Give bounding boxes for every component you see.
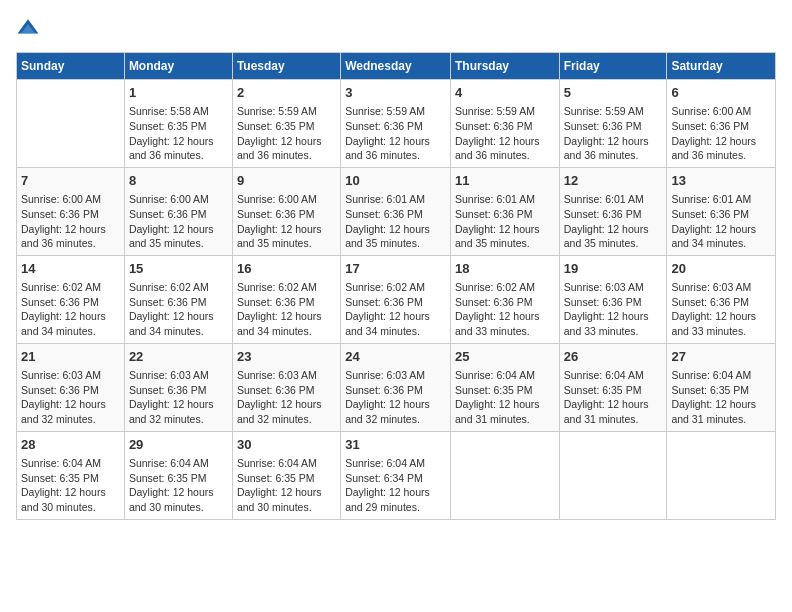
header-friday: Friday bbox=[559, 53, 667, 80]
cell-info: Sunrise: 6:02 AMSunset: 6:36 PMDaylight:… bbox=[237, 280, 336, 339]
cell-info: Sunrise: 6:03 AMSunset: 6:36 PMDaylight:… bbox=[21, 368, 120, 427]
cell-info: Sunrise: 6:03 AMSunset: 6:36 PMDaylight:… bbox=[237, 368, 336, 427]
date-number: 29 bbox=[129, 436, 228, 454]
calendar-cell: 20Sunrise: 6:03 AMSunset: 6:36 PMDayligh… bbox=[667, 255, 776, 343]
cell-info: Sunrise: 6:03 AMSunset: 6:36 PMDaylight:… bbox=[345, 368, 446, 427]
calendar-cell: 17Sunrise: 6:02 AMSunset: 6:36 PMDayligh… bbox=[341, 255, 451, 343]
date-number: 15 bbox=[129, 260, 228, 278]
calendar-cell: 10Sunrise: 6:01 AMSunset: 6:36 PMDayligh… bbox=[341, 167, 451, 255]
cell-info: Sunrise: 6:04 AMSunset: 6:35 PMDaylight:… bbox=[455, 368, 555, 427]
date-number: 11 bbox=[455, 172, 555, 190]
calendar-cell: 3Sunrise: 5:59 AMSunset: 6:36 PMDaylight… bbox=[341, 80, 451, 168]
date-number: 1 bbox=[129, 84, 228, 102]
calendar-cell: 21Sunrise: 6:03 AMSunset: 6:36 PMDayligh… bbox=[17, 343, 125, 431]
calendar-cell: 1Sunrise: 5:58 AMSunset: 6:35 PMDaylight… bbox=[124, 80, 232, 168]
calendar-cell: 13Sunrise: 6:01 AMSunset: 6:36 PMDayligh… bbox=[667, 167, 776, 255]
cell-info: Sunrise: 6:04 AMSunset: 6:35 PMDaylight:… bbox=[564, 368, 663, 427]
calendar-week-row: 7Sunrise: 6:00 AMSunset: 6:36 PMDaylight… bbox=[17, 167, 776, 255]
calendar-cell: 31Sunrise: 6:04 AMSunset: 6:34 PMDayligh… bbox=[341, 431, 451, 519]
header-sunday: Sunday bbox=[17, 53, 125, 80]
cell-info: Sunrise: 5:59 AMSunset: 6:36 PMDaylight:… bbox=[455, 104, 555, 163]
date-number: 20 bbox=[671, 260, 771, 278]
date-number: 31 bbox=[345, 436, 446, 454]
date-number: 3 bbox=[345, 84, 446, 102]
cell-info: Sunrise: 6:01 AMSunset: 6:36 PMDaylight:… bbox=[564, 192, 663, 251]
calendar-week-row: 28Sunrise: 6:04 AMSunset: 6:35 PMDayligh… bbox=[17, 431, 776, 519]
cell-info: Sunrise: 6:01 AMSunset: 6:36 PMDaylight:… bbox=[345, 192, 446, 251]
cell-info: Sunrise: 6:03 AMSunset: 6:36 PMDaylight:… bbox=[564, 280, 663, 339]
cell-info: Sunrise: 6:02 AMSunset: 6:36 PMDaylight:… bbox=[21, 280, 120, 339]
cell-info: Sunrise: 6:04 AMSunset: 6:35 PMDaylight:… bbox=[237, 456, 336, 515]
date-number: 21 bbox=[21, 348, 120, 366]
calendar-cell: 19Sunrise: 6:03 AMSunset: 6:36 PMDayligh… bbox=[559, 255, 667, 343]
header-saturday: Saturday bbox=[667, 53, 776, 80]
calendar-cell: 16Sunrise: 6:02 AMSunset: 6:36 PMDayligh… bbox=[232, 255, 340, 343]
date-number: 25 bbox=[455, 348, 555, 366]
calendar-cell: 24Sunrise: 6:03 AMSunset: 6:36 PMDayligh… bbox=[341, 343, 451, 431]
header-wednesday: Wednesday bbox=[341, 53, 451, 80]
date-number: 30 bbox=[237, 436, 336, 454]
date-number: 16 bbox=[237, 260, 336, 278]
header-thursday: Thursday bbox=[450, 53, 559, 80]
date-number: 28 bbox=[21, 436, 120, 454]
calendar-cell: 15Sunrise: 6:02 AMSunset: 6:36 PMDayligh… bbox=[124, 255, 232, 343]
calendar-cell: 11Sunrise: 6:01 AMSunset: 6:36 PMDayligh… bbox=[450, 167, 559, 255]
calendar-cell: 9Sunrise: 6:00 AMSunset: 6:36 PMDaylight… bbox=[232, 167, 340, 255]
calendar-cell: 6Sunrise: 6:00 AMSunset: 6:36 PMDaylight… bbox=[667, 80, 776, 168]
logo-icon bbox=[16, 16, 40, 40]
cell-info: Sunrise: 6:02 AMSunset: 6:36 PMDaylight:… bbox=[129, 280, 228, 339]
calendar-cell: 2Sunrise: 5:59 AMSunset: 6:35 PMDaylight… bbox=[232, 80, 340, 168]
calendar-header-row: SundayMondayTuesdayWednesdayThursdayFrid… bbox=[17, 53, 776, 80]
date-number: 14 bbox=[21, 260, 120, 278]
calendar-cell bbox=[17, 80, 125, 168]
logo bbox=[16, 16, 44, 40]
calendar-cell: 30Sunrise: 6:04 AMSunset: 6:35 PMDayligh… bbox=[232, 431, 340, 519]
date-number: 13 bbox=[671, 172, 771, 190]
date-number: 19 bbox=[564, 260, 663, 278]
cell-info: Sunrise: 6:00 AMSunset: 6:36 PMDaylight:… bbox=[129, 192, 228, 251]
calendar-table: SundayMondayTuesdayWednesdayThursdayFrid… bbox=[16, 52, 776, 520]
calendar-cell: 4Sunrise: 5:59 AMSunset: 6:36 PMDaylight… bbox=[450, 80, 559, 168]
calendar-cell: 25Sunrise: 6:04 AMSunset: 6:35 PMDayligh… bbox=[450, 343, 559, 431]
cell-info: Sunrise: 6:03 AMSunset: 6:36 PMDaylight:… bbox=[671, 280, 771, 339]
calendar-cell bbox=[450, 431, 559, 519]
date-number: 4 bbox=[455, 84, 555, 102]
date-number: 6 bbox=[671, 84, 771, 102]
date-number: 18 bbox=[455, 260, 555, 278]
calendar-cell: 14Sunrise: 6:02 AMSunset: 6:36 PMDayligh… bbox=[17, 255, 125, 343]
cell-info: Sunrise: 6:01 AMSunset: 6:36 PMDaylight:… bbox=[455, 192, 555, 251]
calendar-cell: 8Sunrise: 6:00 AMSunset: 6:36 PMDaylight… bbox=[124, 167, 232, 255]
date-number: 5 bbox=[564, 84, 663, 102]
date-number: 26 bbox=[564, 348, 663, 366]
date-number: 24 bbox=[345, 348, 446, 366]
date-number: 22 bbox=[129, 348, 228, 366]
calendar-cell: 28Sunrise: 6:04 AMSunset: 6:35 PMDayligh… bbox=[17, 431, 125, 519]
header-tuesday: Tuesday bbox=[232, 53, 340, 80]
cell-info: Sunrise: 5:59 AMSunset: 6:36 PMDaylight:… bbox=[345, 104, 446, 163]
header-monday: Monday bbox=[124, 53, 232, 80]
page-header bbox=[16, 16, 776, 40]
cell-info: Sunrise: 6:04 AMSunset: 6:35 PMDaylight:… bbox=[21, 456, 120, 515]
date-number: 7 bbox=[21, 172, 120, 190]
calendar-cell: 18Sunrise: 6:02 AMSunset: 6:36 PMDayligh… bbox=[450, 255, 559, 343]
date-number: 17 bbox=[345, 260, 446, 278]
calendar-cell: 23Sunrise: 6:03 AMSunset: 6:36 PMDayligh… bbox=[232, 343, 340, 431]
date-number: 12 bbox=[564, 172, 663, 190]
cell-info: Sunrise: 6:00 AMSunset: 6:36 PMDaylight:… bbox=[237, 192, 336, 251]
cell-info: Sunrise: 6:00 AMSunset: 6:36 PMDaylight:… bbox=[21, 192, 120, 251]
date-number: 9 bbox=[237, 172, 336, 190]
cell-info: Sunrise: 6:01 AMSunset: 6:36 PMDaylight:… bbox=[671, 192, 771, 251]
date-number: 2 bbox=[237, 84, 336, 102]
date-number: 8 bbox=[129, 172, 228, 190]
date-number: 27 bbox=[671, 348, 771, 366]
calendar-week-row: 1Sunrise: 5:58 AMSunset: 6:35 PMDaylight… bbox=[17, 80, 776, 168]
calendar-cell: 12Sunrise: 6:01 AMSunset: 6:36 PMDayligh… bbox=[559, 167, 667, 255]
calendar-cell: 5Sunrise: 5:59 AMSunset: 6:36 PMDaylight… bbox=[559, 80, 667, 168]
date-number: 10 bbox=[345, 172, 446, 190]
cell-info: Sunrise: 6:02 AMSunset: 6:36 PMDaylight:… bbox=[345, 280, 446, 339]
cell-info: Sunrise: 5:58 AMSunset: 6:35 PMDaylight:… bbox=[129, 104, 228, 163]
calendar-cell: 27Sunrise: 6:04 AMSunset: 6:35 PMDayligh… bbox=[667, 343, 776, 431]
calendar-cell: 22Sunrise: 6:03 AMSunset: 6:36 PMDayligh… bbox=[124, 343, 232, 431]
cell-info: Sunrise: 6:04 AMSunset: 6:35 PMDaylight:… bbox=[129, 456, 228, 515]
calendar-cell: 7Sunrise: 6:00 AMSunset: 6:36 PMDaylight… bbox=[17, 167, 125, 255]
